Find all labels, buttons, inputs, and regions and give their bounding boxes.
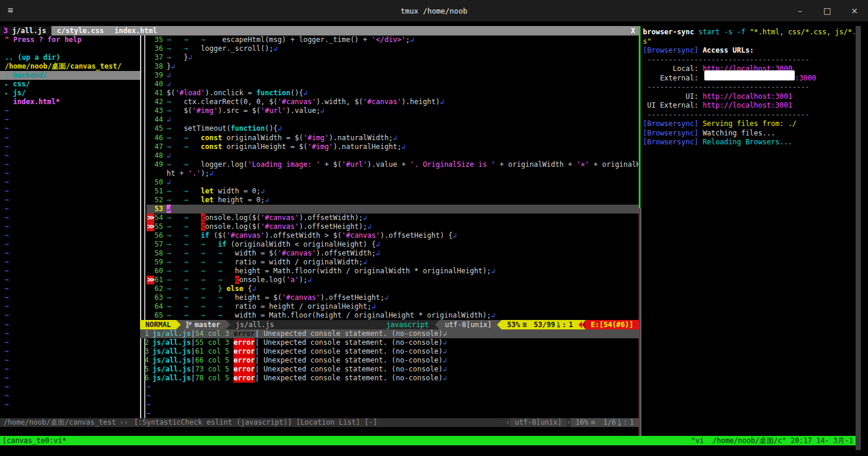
code-text: ↲ bbox=[167, 178, 639, 187]
loclist-row-5[interactable]: 5js/all.js|73 col 5 error| Unexpected co… bbox=[140, 365, 639, 374]
sign-column bbox=[147, 98, 154, 106]
tab-style-css[interactable]: c/style.css bbox=[51, 26, 109, 35]
title-bar: ≡ tmux /home/noob – □ × bbox=[0, 0, 868, 21]
nerdtree-up-dir[interactable]: .. (up a dir) bbox=[0, 53, 140, 62]
code-line-42[interactable]: 42→ctx.clearRect(0, 0, $('#canvas').widt… bbox=[147, 98, 639, 106]
loclist-line-col: 73 col 5 bbox=[195, 365, 229, 374]
tab-char-icon: → bbox=[167, 35, 184, 44]
code-line-56[interactable]: 56→→if ($('#canvas').offsetWidth > $('#c… bbox=[147, 231, 639, 240]
tmux-session-window[interactable]: [canvas_te0:vi* bbox=[2, 436, 66, 445]
code-line-54[interactable]: >>54→→console.log($('#canvas').offsetWid… bbox=[147, 214, 639, 222]
terminal-line: browser-sync start -s -f "*.html, css/*.… bbox=[643, 28, 854, 37]
nerdtree-item-js[interactable]: ▸js/ bbox=[0, 89, 140, 98]
code-line-36[interactable]: 36→→logger._scroll();↲ bbox=[147, 44, 639, 53]
url-link[interactable]: http://localhost:3001 bbox=[703, 101, 792, 109]
code-line-58[interactable]: 58→→→→width = $('#canvas').offsetWidth;↲ bbox=[147, 249, 639, 258]
code-text: ↲ bbox=[167, 115, 639, 124]
airline-middle: javascript utf-8[unix] 53% ≡ 53/99 LN : … bbox=[279, 320, 639, 329]
loclist-row-6[interactable]: 6js/all.js|78 col 5 error| Unexpected co… bbox=[140, 374, 639, 383]
code-line-53[interactable]: 53↲ bbox=[147, 205, 639, 214]
code-line-63[interactable]: 63→→→→height = $('#canvas').offsetHeight… bbox=[147, 293, 639, 302]
line-number: 47 bbox=[154, 143, 167, 151]
inactive-statusline-right: ‹ utf-8[unix] ‹ 16% ≡ 1/6 LN : 1 bbox=[506, 418, 639, 427]
code-line-41[interactable]: 41$('#load').onclick = function(){↲ bbox=[147, 89, 639, 98]
code-text: ht + '.');↲ bbox=[167, 169, 639, 178]
code-line-59[interactable]: 59→→→→ratio = width / originalWidth;↲ bbox=[147, 258, 639, 267]
code-line-57[interactable]: 57→→→if (originalWidth < originalHeight)… bbox=[147, 240, 639, 249]
code-text: →→let height = 0;↲ bbox=[167, 196, 639, 205]
separator bbox=[176, 320, 181, 329]
nerdtree-item-indexhtml[interactable]: index.html* bbox=[0, 98, 140, 106]
code-line-38[interactable]: 38}↲ bbox=[147, 62, 639, 71]
line-number: 45 bbox=[154, 124, 167, 133]
tmux-pane-divider-lower[interactable] bbox=[641, 208, 642, 436]
code-line-44[interactable]: 44↲ bbox=[147, 115, 639, 124]
eol-mark-icon: ↲ bbox=[252, 284, 256, 293]
eol-mark-icon: ↲ bbox=[167, 151, 171, 160]
code-line-64[interactable]: 64→→→→ratio = height / originalHeight;↲ bbox=[147, 302, 639, 311]
eol-mark-icon: ↲ bbox=[307, 276, 311, 284]
maximize-button[interactable]: □ bbox=[814, 0, 841, 21]
empty-line-tilde: ~ bbox=[0, 240, 140, 249]
loclist-line-col: 55 col 3 bbox=[195, 338, 229, 347]
code-line-52[interactable]: 52→→let height = 0;↲ bbox=[147, 196, 639, 205]
sign-column bbox=[147, 267, 154, 276]
empty-line-tilde: ~ bbox=[0, 222, 140, 231]
empty-line-tilde: ~ bbox=[0, 115, 140, 124]
loclist-row-4[interactable]: 4js/all.js|66 col 5 error| Unexpected co… bbox=[140, 356, 639, 365]
loclist-row-1[interactable]: 1js/all.js|54 col 3 error| Unexpected co… bbox=[140, 329, 639, 338]
code-line-65[interactable]: 65→→→→width = Math.floor(height / origin… bbox=[147, 311, 639, 320]
code-line-48[interactable]: 48↲ bbox=[147, 151, 639, 160]
nerdtree-root-path[interactable]: /home/noob/桌面/canvas_test/ bbox=[0, 62, 140, 71]
vim-tabline: 3 j/all.js c/style.css index.html X bbox=[0, 26, 639, 35]
position-segment: 53% ≡ 53/99 LN : 1 bbox=[502, 320, 578, 329]
code-line-61[interactable]: >>61→→→→console.log('a');↲ bbox=[147, 276, 639, 284]
separator: ›› bbox=[119, 418, 128, 427]
code-line-51[interactable]: 51→→let width = 0;↲ bbox=[147, 187, 639, 196]
loclist-row-3[interactable]: 3js/all.js|61 col 5 error| Unexpected co… bbox=[140, 347, 639, 356]
url-link[interactable]: http://localhost:3001 bbox=[703, 92, 792, 101]
close-button[interactable]: × bbox=[841, 0, 868, 21]
nerdtree-item-css[interactable]: ▸css/ bbox=[0, 80, 140, 89]
tab-index-html[interactable]: index.html bbox=[109, 26, 162, 35]
chevron-right-icon: ▸ bbox=[5, 71, 13, 80]
terminal-scrollbar[interactable] bbox=[856, 26, 861, 450]
browser-sync-pane[interactable]: browser-sync start -s -f "*.html, css/*.… bbox=[643, 28, 854, 147]
tmux-pane-divider-active[interactable] bbox=[639, 26, 641, 208]
code-line-46[interactable]: 46→→const originalWidth = $('#img').natu… bbox=[147, 134, 639, 143]
code-editor[interactable]: 35→→→ escapeHtml(msg) + logger._time() +… bbox=[147, 35, 639, 321]
minimize-button[interactable]: – bbox=[786, 0, 814, 21]
code-line-35[interactable]: 35→→→ escapeHtml(msg) + logger._time() +… bbox=[147, 35, 639, 44]
code-line-62[interactable]: 62→→→} else {↲ bbox=[147, 284, 639, 293]
code-line-50[interactable]: 50↲ bbox=[147, 178, 639, 187]
location-list[interactable]: 1js/all.js|54 col 3 error| Unexpected co… bbox=[140, 329, 639, 383]
line-number: 52 bbox=[154, 196, 167, 205]
code-line-55[interactable]: >>55→→console.log($('#canvas').offsetHei… bbox=[147, 222, 639, 231]
code-line-43[interactable]: 43→$('#img').src = $('#url').value;↲ bbox=[147, 106, 639, 115]
nerdtree-item-backend[interactable]: ▸backend/ bbox=[0, 71, 140, 80]
lines-icon: ≡ bbox=[522, 320, 526, 329]
code-line-wrap[interactable]: ht + '.');↲ bbox=[147, 169, 639, 178]
code-line-39[interactable]: 39↲ bbox=[147, 71, 639, 80]
tab-active-js-all[interactable]: 3 j/all.js bbox=[0, 26, 51, 35]
tab-close-button[interactable]: X bbox=[628, 26, 639, 35]
loclist-row-2[interactable]: 2js/all.js|55 col 3 error| Unexpected co… bbox=[140, 338, 639, 347]
code-line-47[interactable]: 47→→const originalHeight = $('#img').nat… bbox=[147, 143, 639, 151]
code-line-60[interactable]: 60→→→→height = Math.floor(width / origin… bbox=[147, 267, 639, 276]
code-line-45[interactable]: 45→setTimeout(function(){↲ bbox=[147, 124, 639, 133]
line-number: 53 bbox=[154, 205, 167, 214]
column-number: 1 bbox=[569, 320, 573, 329]
sign-column bbox=[147, 124, 154, 133]
code-line-40[interactable]: 40↲ bbox=[147, 80, 639, 89]
loclist-line-col: 78 col 5 bbox=[195, 374, 229, 383]
code-line-49[interactable]: 49→→logger.log('Loading image: ' + $('#u… bbox=[147, 160, 639, 169]
url-link[interactable]: :3000 bbox=[795, 74, 816, 82]
line-number: 39 bbox=[154, 71, 167, 80]
tab-char-icon: → bbox=[167, 258, 184, 267]
empty-line-tilde: ~ bbox=[0, 329, 140, 338]
code-text: →→logger.log('Loading image: ' + $('#url… bbox=[167, 160, 639, 169]
loclist-message: Unexpected console statement. (no-consol… bbox=[264, 365, 443, 374]
line-number: 63 bbox=[154, 293, 167, 302]
code-text: →→const originalHeight = $('#img').natur… bbox=[167, 143, 639, 151]
code-line-37[interactable]: 37→}↲ bbox=[147, 53, 639, 62]
